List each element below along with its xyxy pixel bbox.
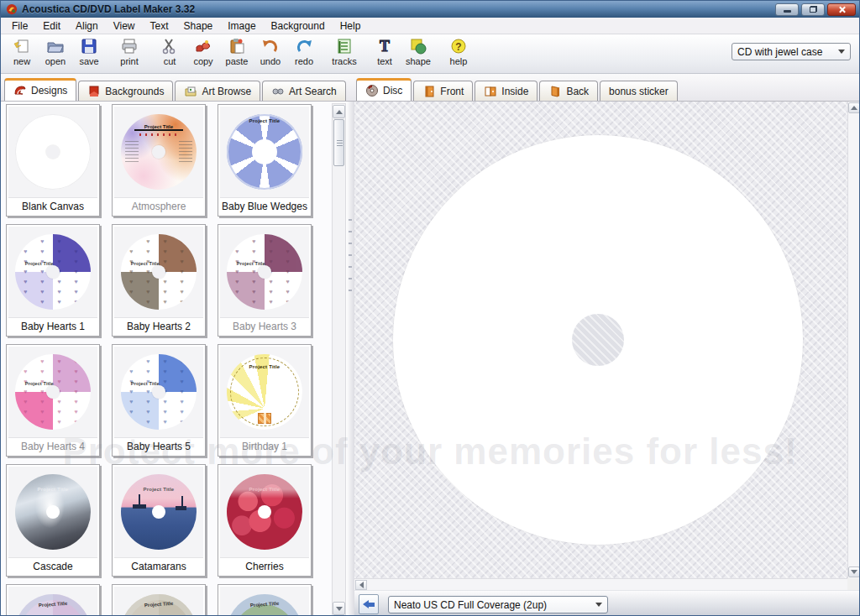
design-name: Birthday 1: [220, 437, 309, 454]
cut-label: cut: [164, 56, 176, 66]
library-tabs: Designs Backgrounds Art Browse Art Searc…: [4, 78, 348, 101]
menu-text[interactable]: Text: [143, 18, 176, 34]
tracks-button[interactable]: tracks: [328, 37, 360, 71]
redo-arrow-icon: [295, 37, 313, 55]
triangle-up-icon: [851, 106, 857, 110]
designs-icon: [13, 84, 27, 97]
menu-edit[interactable]: Edit: [35, 18, 68, 34]
design-card-cherries[interactable]: Project Title Cherries: [218, 464, 312, 577]
copy-label: copy: [193, 56, 212, 66]
tab-inside[interactable]: Inside: [475, 81, 538, 101]
design-card-baby-blue-wedges[interactable]: Project Title Baby Blue Wedges: [218, 104, 312, 217]
design-card-baby-hearts-1[interactable]: ♥ ♥ ♥ ♥ ♥ ♥ ♥ ♥ ♥ ♥ ♥ ♥ ♥ ♥ ♥ ♥ ♥ ♥ ♥ ♥ …: [6, 224, 100, 337]
design-card-atmosphere[interactable]: Project Title Atmosphere: [112, 104, 206, 217]
undo-button[interactable]: undo: [254, 37, 286, 71]
design-card-partial-1[interactable]: Project Title: [6, 584, 100, 616]
open-button[interactable]: open: [39, 37, 71, 71]
help-button[interactable]: ? help: [443, 37, 475, 71]
new-document-icon: [13, 37, 31, 55]
tab-front[interactable]: Front: [413, 81, 473, 101]
design-name: Baby Hearts 2: [114, 317, 203, 334]
undo-arrow-icon: [261, 37, 280, 55]
shape-button[interactable]: shape: [402, 37, 434, 71]
new-label: new: [13, 56, 30, 66]
tab-bonus-sticker[interactable]: bonus sticker: [600, 81, 678, 101]
menu-background[interactable]: Background: [264, 18, 333, 34]
app-icon: [6, 3, 18, 15]
disc-label-object[interactable]: [393, 135, 803, 545]
menu-help[interactable]: Help: [333, 18, 369, 34]
new-button[interactable]: new: [6, 37, 38, 71]
title-bar: Acoustica CD/DVD Label Maker 3.32: [1, 1, 859, 18]
tracks-list-icon: [335, 37, 354, 55]
triangle-down-icon: [851, 570, 857, 574]
previous-template-button[interactable]: [359, 594, 379, 614]
art-search-icon: [271, 85, 285, 98]
scroll-down-button[interactable]: [333, 602, 345, 615]
help-label: help: [450, 56, 468, 66]
gallery-scrollbar[interactable]: [332, 103, 346, 616]
boat-silhouette: [176, 506, 186, 510]
design-card-partial-2[interactable]: Project Title: [112, 584, 206, 616]
print-button[interactable]: print: [113, 37, 145, 71]
menu-file[interactable]: File: [4, 18, 35, 34]
design-card-baby-hearts-5[interactable]: ♥ ♥ ♥ ♥ ♥ ♥ ♥ ♥ ♥ ♥ ♥ ♥ ♥ ♥ ♥ ♥ ♥ ♥ ♥ ♥ …: [112, 344, 206, 457]
tab-art-browse[interactable]: Art Browse: [175, 81, 260, 101]
tab-disc[interactable]: Disc: [356, 78, 412, 101]
paper-template-value: Neato US CD Full Coverage (2up): [394, 599, 595, 611]
redo-button[interactable]: redo: [288, 37, 320, 71]
close-button[interactable]: [827, 3, 856, 16]
thumbnail: Project Title: [220, 107, 309, 197]
design-card-baby-hearts-4[interactable]: ♥ ♥ ♥ ♥ ♥ ♥ ♥ ♥ ♥ ♥ ♥ ♥ ♥ ♥ ♥ ♥ ♥ ♥ ♥ ♥ …: [6, 344, 100, 457]
save-floppy-icon: [80, 37, 98, 55]
tab-backgrounds[interactable]: Backgrounds: [78, 81, 173, 101]
project-type-combo[interactable]: CD with jewel case: [732, 43, 851, 60]
menu-shape[interactable]: Shape: [176, 18, 221, 34]
cut-button[interactable]: cut: [154, 37, 186, 71]
minimize-button[interactable]: [775, 3, 799, 16]
tab-designs[interactable]: Designs: [4, 78, 76, 101]
design-name: Baby Hearts 3: [220, 317, 309, 334]
back-cover-icon: [548, 85, 562, 98]
panel-splitter[interactable]: [346, 102, 354, 616]
paste-button[interactable]: paste: [221, 37, 253, 71]
arrow-left-icon: [363, 600, 375, 608]
restore-button[interactable]: [801, 3, 825, 16]
chevron-down-icon: [595, 603, 602, 607]
design-card-cascade[interactable]: Project Title Cascade: [6, 464, 100, 577]
thumbnail: Project Title: [8, 467, 97, 557]
copy-button[interactable]: copy: [187, 37, 219, 71]
close-icon: [838, 6, 846, 13]
open-label: open: [45, 56, 66, 66]
tab-front-label: Front: [440, 86, 464, 97]
design-card-baby-hearts-2[interactable]: ♥ ♥ ♥ ♥ ♥ ♥ ♥ ♥ ♥ ♥ ♥ ♥ ♥ ♥ ♥ ♥ ♥ ♥ ♥ ♥ …: [112, 224, 206, 337]
text-button[interactable]: T text: [369, 37, 401, 71]
scroll-up-button[interactable]: [333, 105, 345, 118]
printer-icon: [120, 37, 139, 55]
design-card-catamarans[interactable]: Project Title Catamarans: [112, 464, 206, 577]
design-card-birthday-1[interactable]: Project Title Birthday 1: [218, 344, 312, 457]
thumbnail: Project Title: [114, 107, 203, 197]
app-window: Acoustica CD/DVD Label Maker 3.32 File E…: [0, 0, 860, 616]
menu-image[interactable]: Image: [220, 18, 263, 34]
tab-back-label: Back: [566, 86, 589, 97]
backgrounds-icon: [87, 85, 101, 98]
menu-align[interactable]: Align: [68, 18, 106, 34]
canvas-vertical-scrollbar[interactable]: [847, 102, 860, 578]
tab-art-search[interactable]: Art Search: [262, 81, 346, 101]
canvas-horizontal-scrollbar[interactable]: [354, 578, 847, 590]
paper-template-combo[interactable]: Neato US CD Full Coverage (2up): [388, 596, 608, 613]
canvas-scroll-left-button[interactable]: [355, 580, 367, 590]
design-card-baby-hearts-3[interactable]: ♥ ♥ ♥ ♥ ♥ ♥ ♥ ♥ ♥ ♥ ♥ ♥ ♥ ♥ ♥ ♥ ♥ ♥ ♥ ♥ …: [218, 224, 312, 337]
canvas-scroll-down-button[interactable]: [848, 566, 860, 577]
menu-view[interactable]: View: [106, 18, 143, 34]
design-card-partial-3[interactable]: Project Title: [218, 584, 312, 616]
save-button[interactable]: save: [73, 37, 105, 71]
design-card-blank-canvas[interactable]: Blank Canvas: [6, 104, 100, 217]
scrollbar-thumb[interactable]: [333, 119, 344, 166]
project-type-value: CD with jewel case: [737, 46, 838, 58]
canvas-scroll-up-button[interactable]: [848, 102, 860, 113]
text-icon: T: [375, 37, 394, 55]
help-icon: ?: [449, 37, 468, 55]
tab-back[interactable]: Back: [539, 81, 598, 101]
